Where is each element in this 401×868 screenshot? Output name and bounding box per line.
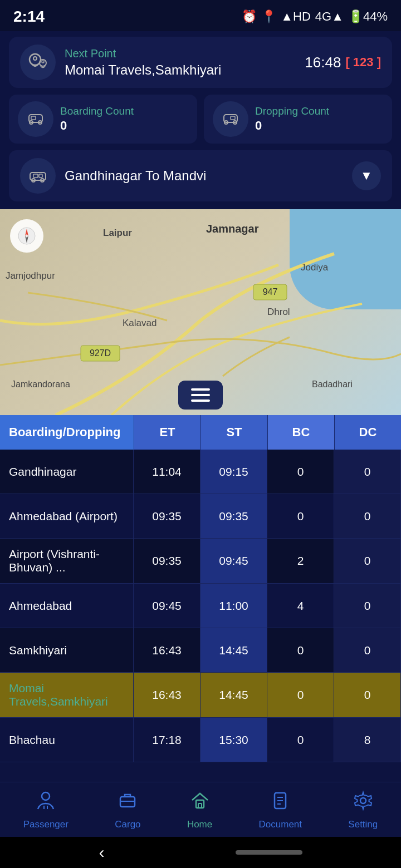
next-point-info: Next Point Momai Travels,Samkhiyari <box>65 47 296 78</box>
boarding-count-value: 0 <box>60 119 134 133</box>
row-dc: 8 <box>334 718 401 762</box>
dropping-icon <box>213 101 248 137</box>
setting-icon <box>353 790 374 816</box>
count-row: Boarding Count 0 Dropping Count 0 <box>9 95 392 144</box>
route-card: Gandhinagar To Mandvi ▼ <box>9 150 392 201</box>
svg-text:Jamjodhpur: Jamjodhpur <box>6 270 55 281</box>
nav-passenger[interactable]: Passenger <box>14 788 77 832</box>
svg-point-32 <box>42 792 50 800</box>
nav-setting[interactable]: Setting <box>339 788 387 832</box>
row-bc: 0 <box>267 628 334 672</box>
th-boarding-dropping: Boarding/Dropping <box>0 415 134 450</box>
row-et: 09:35 <box>134 539 200 583</box>
row-dc: 0 <box>334 673 401 717</box>
table-row: Ahmedabad (Airport) 09:35 09:35 0 0 <box>0 494 401 539</box>
row-dc: 0 <box>334 450 401 494</box>
svg-rect-11 <box>231 116 235 120</box>
table-header: Boarding/Dropping ET ST BC DC <box>0 415 401 450</box>
boarding-count-info: Boarding Count 0 <box>60 105 134 133</box>
next-point-icon <box>20 45 56 80</box>
bottom-bar: ‹ <box>0 837 401 868</box>
battery-icon: 🔋44% <box>348 9 388 24</box>
row-name: Airport (Vishranti-Bhuvan) ... <box>0 539 134 583</box>
table-section: Boarding/Dropping ET ST BC DC Gandhinaga… <box>0 415 401 829</box>
network-icon: 4G▲ <box>315 9 344 24</box>
row-bc: 0 <box>267 673 334 717</box>
hamburger-icon <box>191 388 210 402</box>
nav-document[interactable]: Document <box>250 788 311 832</box>
route-chevron-button[interactable]: ▼ <box>352 161 381 190</box>
compass-button[interactable] <box>10 219 43 253</box>
row-bc: 2 <box>267 539 334 583</box>
svg-point-3 <box>42 61 44 63</box>
row-name: Ahmedabad <box>0 584 134 628</box>
next-point-time: 16:48 [ 123 ] <box>305 54 381 71</box>
row-name: Gandhinagar <box>0 450 134 494</box>
svg-text:Jodiya: Jodiya <box>301 262 329 273</box>
passenger-label: Passenger <box>23 819 69 830</box>
next-point-time-value: 16:48 <box>305 54 341 71</box>
next-point-name: Momai Travels,Samkhiyari <box>65 62 296 78</box>
status-bar: 2:14 ⏰ 📍 ▲HD 4G▲ 🔋44% <box>0 0 401 31</box>
row-et: 16:43 <box>134 628 200 672</box>
table-row: Ahmedabad 09:45 11:00 4 0 <box>0 584 401 628</box>
th-dc: DC <box>334 415 401 450</box>
signal-icon: ▲HD <box>281 9 311 24</box>
dropping-count-label: Dropping Count <box>255 105 329 117</box>
th-et: ET <box>134 415 200 450</box>
row-et: 17:18 <box>134 718 200 762</box>
row-st: 09:15 <box>200 450 267 494</box>
back-button[interactable]: ‹ <box>99 843 105 862</box>
svg-rect-16 <box>39 174 42 177</box>
row-et: 09:35 <box>134 494 200 538</box>
cargo-icon <box>117 790 138 816</box>
svg-point-43 <box>360 798 366 803</box>
row-dc: 0 <box>334 539 401 583</box>
route-icon <box>20 158 56 194</box>
row-dc: 0 <box>334 584 401 628</box>
dropping-count-value: 0 <box>255 119 329 133</box>
top-section: Next Point Momai Travels,Samkhiyari 16:4… <box>0 31 401 209</box>
bottom-nav: Passenger Cargo Home <box>0 782 401 837</box>
svg-text:Badadhari: Badadhari <box>312 379 353 389</box>
table-row-highlighted: Momai Travels,Samkhiyari 16:43 14:45 0 0 <box>0 673 401 718</box>
row-et: 16:43 <box>134 673 200 717</box>
row-st: 11:00 <box>200 584 267 628</box>
nav-home[interactable]: Home <box>178 788 221 832</box>
location-icon: 📍 <box>261 9 276 24</box>
setting-label: Setting <box>348 819 378 830</box>
svg-point-1 <box>33 57 37 60</box>
row-bc: 0 <box>267 718 334 762</box>
svg-rect-15 <box>33 174 38 177</box>
document-label: Document <box>259 819 302 830</box>
boarding-count-label: Boarding Count <box>60 105 134 117</box>
map-container[interactable]: 947 927D Laipur Jamnagar Jamjodhpur Jodi… <box>0 209 401 415</box>
next-point-card: Next Point Momai Travels,Samkhiyari 16:4… <box>9 37 392 88</box>
row-st: 15:30 <box>200 718 267 762</box>
row-bc: 0 <box>267 494 334 538</box>
table-row: Airport (Vishranti-Bhuvan) ... 09:35 09:… <box>0 539 401 584</box>
alarm-icon: ⏰ <box>242 9 257 24</box>
dropping-count-card: Dropping Count 0 <box>204 95 392 144</box>
table-row: Samkhiyari 16:43 14:45 0 0 <box>0 628 401 673</box>
row-bc: 0 <box>267 450 334 494</box>
map-menu-button[interactable] <box>178 381 223 410</box>
row-et: 11:04 <box>134 450 200 494</box>
row-st: 14:45 <box>200 628 267 672</box>
home-indicator[interactable] <box>236 850 302 855</box>
row-bc: 4 <box>267 584 334 628</box>
row-dc: 0 <box>334 628 401 672</box>
document-icon <box>270 790 291 816</box>
status-icons: ⏰ 📍 ▲HD 4G▲ 🔋44% <box>242 9 388 24</box>
boarding-count-card: Boarding Count 0 <box>9 95 197 144</box>
svg-text:Laipur: Laipur <box>103 228 132 238</box>
svg-text:947: 947 <box>263 287 278 297</box>
svg-rect-7 <box>31 116 36 120</box>
next-point-badge: [ 123 ] <box>345 55 381 70</box>
table-row: Gandhinagar 11:04 09:15 0 0 <box>0 450 401 494</box>
row-name: Bhachau <box>0 718 134 762</box>
route-name: Gandhinagar To Mandvi <box>65 168 343 184</box>
table-row: Bhachau 17:18 15:30 0 8 <box>0 718 401 762</box>
row-st: 09:35 <box>200 494 267 538</box>
nav-cargo[interactable]: Cargo <box>106 788 149 832</box>
